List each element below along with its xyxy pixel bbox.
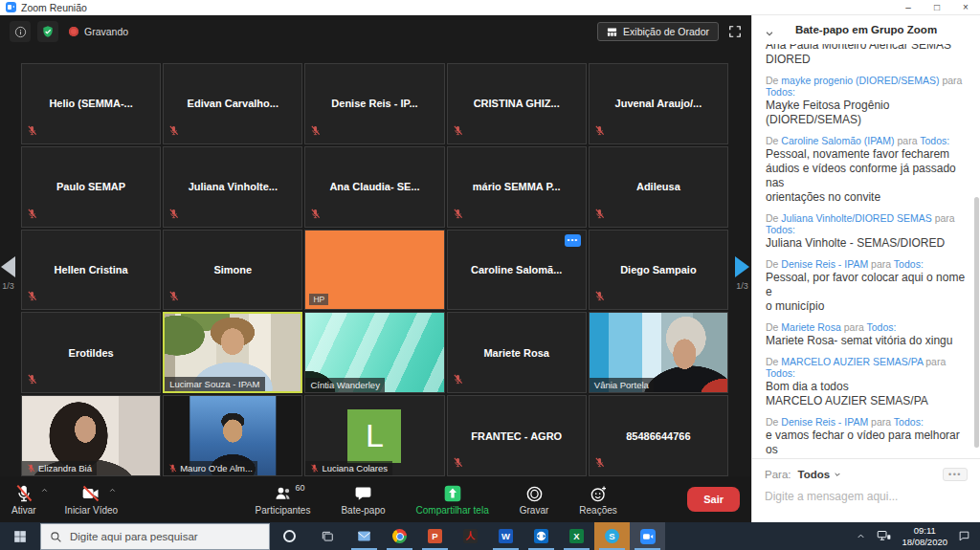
meeting-area: Gravando Exibição de Orador Helio (SEMMA… bbox=[0, 15, 751, 522]
participant-tile[interactable]: Edivan Carvalho... bbox=[163, 63, 302, 144]
taskbar-search[interactable]: Digite aqui para pesquisar bbox=[40, 523, 270, 550]
participant-tile[interactable]: Hellen Cristina bbox=[21, 230, 161, 311]
chat-message-meta: De Caroline Salomão (IPAM) para Todos: bbox=[766, 135, 967, 146]
participant-tile[interactable]: Vânia Portela bbox=[589, 312, 728, 393]
chat-message-body: Mariete Rosa- semat vitória do xingu bbox=[766, 334, 967, 348]
participant-tile[interactable]: HP bbox=[304, 230, 444, 311]
participant-tile[interactable]: Diego Sampaio bbox=[589, 230, 728, 311]
meeting-toolbar: AtivarIniciar Vídeo 60ParticipantesBate-… bbox=[0, 476, 751, 522]
chat-message-body: Pessoal, por favor colocar aqui o nome e… bbox=[766, 271, 967, 314]
excel-taskbar-icon[interactable]: X bbox=[559, 522, 594, 550]
chat-message-meta: De mayke progenio (DIORED/SEMAS) para To… bbox=[766, 75, 967, 98]
chat-message: De Mariete Rosa para Todos:Mariete Rosa-… bbox=[766, 321, 967, 348]
hidden-icons-chevron[interactable] bbox=[856, 531, 866, 541]
participant-tile[interactable]: Cíntia Wanderley bbox=[304, 312, 444, 393]
mic-off-icon bbox=[310, 464, 319, 473]
leave-meeting-button[interactable]: Sair bbox=[687, 487, 740, 512]
chat-message-body: Ana Paula Monteiro Alencar SEMAS DIORED bbox=[766, 44, 967, 67]
window-title: Zoom Reunião bbox=[21, 2, 87, 13]
participants-icon bbox=[274, 484, 293, 503]
teamviewer-taskbar-icon[interactable] bbox=[523, 522, 559, 550]
zoom-taskbar-icon[interactable] bbox=[630, 522, 665, 550]
chat-recipient-select[interactable]: Todos bbox=[798, 469, 842, 480]
ativar-button[interactable]: Ativar bbox=[11, 483, 36, 516]
record-icon bbox=[525, 485, 544, 503]
participant-tile[interactable]: Juliana Vinholte... bbox=[163, 146, 302, 228]
participant-tile[interactable]: Juvenal Araujo/... bbox=[589, 63, 728, 144]
gravar-button[interactable]: Gravar bbox=[520, 483, 549, 516]
windows-taskbar: Digite aqui para pesquisar P人WXS 09:11 1… bbox=[0, 522, 980, 550]
powerpoint-taskbar-icon[interactable]: P bbox=[417, 522, 453, 550]
participant-tile[interactable]: FRANTEC - AGRO bbox=[447, 395, 587, 476]
action-center-icon[interactable] bbox=[958, 530, 970, 542]
close-button[interactable]: × bbox=[951, 0, 980, 15]
participant-name: HP bbox=[309, 294, 328, 305]
chevron-up-icon[interactable] bbox=[108, 486, 117, 496]
chat-more-button[interactable]: ••• bbox=[943, 468, 968, 481]
participant-tile[interactable]: mário SEMMA P... bbox=[447, 146, 587, 228]
next-page-arrow[interactable] bbox=[735, 256, 749, 277]
chat-message-body: e vamos fechar o vídeo para melhorar os … bbox=[766, 429, 967, 458]
participant-tile[interactable]: Adileusa bbox=[589, 146, 728, 228]
maximize-button[interactable]: □ bbox=[923, 0, 951, 15]
mail-taskbar-icon[interactable] bbox=[346, 522, 382, 550]
chat-scrollbar[interactable] bbox=[974, 197, 979, 448]
mic-off-icon bbox=[14, 484, 33, 503]
mic-off-icon bbox=[168, 122, 179, 140]
participants-count-badge: 60 bbox=[295, 483, 304, 493]
chat-message-input[interactable] bbox=[765, 490, 968, 503]
security-shield-icon[interactable] bbox=[37, 21, 58, 42]
windows-logo-icon bbox=[13, 530, 27, 543]
minimize-button[interactable]: – bbox=[894, 0, 923, 15]
previous-page-arrow[interactable] bbox=[1, 256, 15, 277]
participant-tile[interactable]: Elizandra Biá bbox=[21, 395, 161, 476]
participant-tile[interactable]: Simone bbox=[163, 230, 302, 311]
meeting-info-button[interactable] bbox=[10, 21, 31, 42]
rea-es-button[interactable]: Reações bbox=[579, 483, 616, 516]
participant-tile[interactable]: Mariete Rosa bbox=[447, 312, 587, 393]
participant-tile[interactable]: Ana Claudia- SE... bbox=[304, 146, 444, 228]
participant-tile[interactable]: Mauro O'de Alm... bbox=[163, 395, 302, 476]
participant-tile[interactable]: CRISTINA GHIZ... bbox=[447, 63, 587, 144]
participant-tile[interactable]: 85486644766 bbox=[589, 395, 728, 476]
speaker-view-button[interactable]: Exibição de Orador bbox=[597, 22, 719, 41]
start-button[interactable] bbox=[0, 522, 40, 550]
chat-message: De Denise Reis - IPAM para Todos:Pessoal… bbox=[766, 258, 967, 314]
iniciar-v-deo-button[interactable]: Iniciar Vídeo bbox=[65, 483, 119, 516]
network-icon[interactable] bbox=[877, 530, 891, 542]
participant-name: Diego Sampaio bbox=[614, 264, 702, 275]
bate-papo-button[interactable]: Bate-papo bbox=[341, 483, 385, 516]
cortana-button[interactable] bbox=[270, 522, 308, 550]
participant-tile[interactable]: Denise Reis - IP... bbox=[304, 63, 444, 144]
task-view-button[interactable] bbox=[308, 522, 346, 550]
skype-taskbar-icon[interactable]: S bbox=[594, 522, 630, 550]
chat-message: Ana Paula Monteiro Alencar SEMAS DIORED bbox=[766, 44, 967, 67]
participantes-button[interactable]: 60Participantes bbox=[256, 483, 311, 516]
chat-to-label: Para: bbox=[765, 469, 791, 480]
participant-tile[interactable]: Helio (SEMMA-... bbox=[21, 63, 161, 144]
participant-name: CRISTINA GHIZ... bbox=[468, 98, 566, 109]
chat-title: Bate-papo em Grupo Zoom bbox=[795, 24, 937, 35]
chat-message: De MARCELO AUZIER SEMAS/PA para Todos:Bo… bbox=[766, 356, 967, 408]
participant-tile[interactable]: Caroline Salomã...••• bbox=[447, 230, 587, 311]
word-taskbar-icon[interactable]: W bbox=[488, 522, 523, 550]
participant-tile[interactable]: Erotildes bbox=[21, 312, 161, 393]
chrome-taskbar-icon[interactable] bbox=[382, 522, 417, 550]
participant-name: Edivan Carvalho... bbox=[182, 98, 284, 109]
participant-tile[interactable]: Lucimar Souza - IPAM bbox=[163, 312, 302, 393]
chevron-down-icon bbox=[834, 471, 841, 478]
participant-name: Elizandra Biá bbox=[22, 461, 97, 475]
fullscreen-icon[interactable] bbox=[728, 25, 742, 38]
chat-collapse-icon[interactable] bbox=[765, 25, 774, 42]
participant-tile[interactable]: Paulo SEMAP bbox=[21, 146, 161, 228]
participant-tile[interactable]: L Luciana Colares bbox=[304, 395, 444, 476]
chevron-up-icon[interactable] bbox=[40, 486, 49, 496]
acrobat-taskbar-icon[interactable]: 人 bbox=[453, 522, 488, 550]
chat-message: De Caroline Salomão (IPAM) para Todos:Pe… bbox=[766, 135, 967, 205]
compartilhar-tela-button[interactable]: Compartilhar tela bbox=[416, 483, 489, 516]
mic-off-icon bbox=[168, 206, 179, 223]
participant-name: Vânia Portela bbox=[590, 378, 654, 392]
taskbar-clock[interactable]: 09:11 18/08/2020 bbox=[902, 525, 947, 547]
participant-name: Juvenal Araujo/... bbox=[610, 98, 708, 109]
tile-more-button[interactable]: ••• bbox=[565, 234, 581, 247]
